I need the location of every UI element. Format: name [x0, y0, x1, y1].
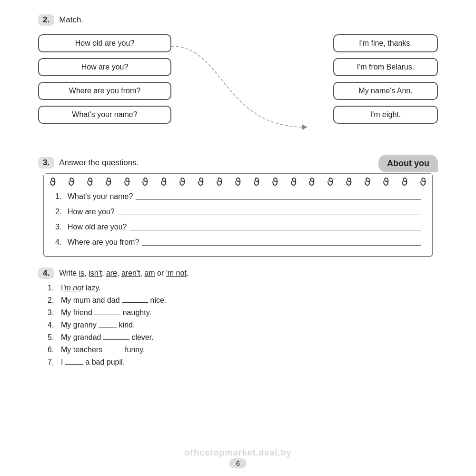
exercise-item-4: 4. My granny kind. [48, 321, 438, 329]
line-text-1: What's your name? [68, 192, 133, 201]
right-box-1: I'm fine, thanks. [333, 34, 438, 52]
notepad-line-1: 1. What's your name? [55, 192, 421, 201]
match-right-column: I'm fine, thanks. I'm from Belarus. My n… [333, 34, 438, 124]
notepad-line-4: 4. Where are you from? [55, 238, 421, 247]
right-box-3: My name's Ann. [333, 82, 438, 100]
notepad-lines: 1. What's your name? 2. How are you? 3. … [44, 188, 432, 250]
page-number: 6 [229, 458, 247, 468]
spiral-icon: ϑ [198, 177, 204, 188]
section2-number: 2. [38, 14, 54, 26]
exercise-item-5: 5. My grandad clever. [48, 333, 438, 342]
page: 2. Match. How old are you? How are you? … [0, 0, 476, 476]
section2-title: Match. [59, 15, 83, 25]
blank-5 [103, 339, 129, 340]
line-blank-4 [142, 245, 421, 246]
line-num-2: 2. [55, 208, 65, 216]
word-are: are [106, 269, 117, 277]
section3-title: Answer the questions. [59, 158, 139, 168]
spiral-icon: ϑ [327, 177, 334, 188]
line-num-4: 4. [55, 238, 65, 247]
section4: 4. Write is, isn't, are, aren't, am or '… [38, 268, 438, 367]
exercise-item-6: 6. My teachers funny. [48, 346, 438, 354]
match-exercise: How old are you? How are you? Where are … [38, 34, 438, 144]
line-text-3: How old are you? [68, 223, 127, 231]
section2-header: 2. Match. [38, 14, 438, 26]
spiral-icon: ϑ [401, 177, 408, 188]
notepad-line-2: 2. How are you? [55, 208, 421, 216]
blank-7 [65, 364, 83, 365]
word-arent: aren't [121, 269, 140, 277]
spiral-icon: ϑ [308, 177, 315, 188]
line-blank-2 [118, 215, 421, 215]
section4-header: 4. Write is, isn't, are, aren't, am or '… [38, 268, 438, 279]
word-is: is [79, 269, 85, 277]
line-text-2: How are you? [68, 208, 115, 216]
about-you-badge: About you [378, 155, 438, 172]
line-blank-1 [136, 199, 421, 200]
spiral-icon: ϑ [216, 177, 223, 188]
blank-4 [99, 327, 117, 327]
spiral-icon: ϑ [160, 177, 167, 188]
notepad-line-3: 3. How old are you? [55, 223, 421, 231]
word-am: am [144, 269, 155, 277]
section4-number: 4. [38, 268, 54, 279]
right-box-2: I'm from Belarus. [333, 58, 438, 76]
left-box-1: How old are you? [38, 34, 171, 52]
notepad: ϑ ϑ ϑ ϑ ϑ ϑ ϑ ϑ ϑ ϑ ϑ ϑ ϑ ϑ ϑ ϑ ϑ ϑ ϑ ϑ … [43, 173, 433, 257]
spiral-icon: ϑ [124, 177, 130, 188]
spiral-icon: ϑ [364, 177, 371, 188]
left-box-2: How are you? [38, 58, 171, 76]
spiral-icon: ϑ [179, 177, 186, 188]
spiral-icon: ϑ [50, 177, 56, 188]
match-left-column: How old are you? How are you? Where are … [38, 34, 171, 124]
blank-6 [105, 352, 123, 352]
exercise-item-1: 1. I'm not lazy. [48, 284, 438, 292]
line-num-3: 3. [55, 223, 65, 231]
left-box-4: What's your name? [38, 106, 171, 124]
spiral-icon: ϑ [346, 177, 352, 188]
exercise-item-2: 2. My mum and dad nice. [48, 296, 438, 305]
imnot-italic: 'm not [63, 284, 83, 292]
watermark: officetopmarket.deal.by [0, 448, 476, 458]
word-isnt: isn't [89, 269, 102, 277]
spiral-icon: ϑ [290, 177, 297, 188]
exercise-list: 1. I'm not lazy. 2. My mum and dad nice.… [38, 284, 438, 367]
spiral-icon: ϑ [235, 177, 241, 188]
line-text-4: Where are you from? [68, 238, 139, 247]
exercise-item-3: 3. My friend naughty. [48, 308, 438, 317]
spiral-icon: ϑ [420, 177, 426, 188]
word-imnot: 'm not [166, 269, 187, 277]
left-box-3: Where are you from? [38, 82, 171, 100]
blank-2 [122, 302, 148, 303]
spiral-icon: ϑ [142, 177, 149, 188]
line-blank-3 [130, 230, 421, 230]
spiral-icon: ϑ [253, 177, 260, 188]
spiral-icon: ϑ [383, 177, 389, 188]
spiral-icon: ϑ [68, 177, 75, 188]
spiral-row: ϑ ϑ ϑ ϑ ϑ ϑ ϑ ϑ ϑ ϑ ϑ ϑ ϑ ϑ ϑ ϑ ϑ ϑ ϑ ϑ … [44, 174, 432, 188]
spiral-icon: ϑ [272, 177, 278, 188]
section3-header: 3. Answer the questions. About you [38, 157, 438, 169]
exercise-item-7: 7. I a bad pupil. [48, 358, 438, 367]
spiral-icon: ϑ [87, 177, 93, 188]
section4-instruction: Write is, isn't, are, aren't, am or 'm n… [59, 269, 188, 278]
line-num-1: 1. [55, 192, 65, 201]
section3-number: 3. [38, 157, 54, 169]
right-box-4: I'm eight. [333, 106, 438, 124]
blank-3 [94, 315, 120, 315]
spiral-icon: ϑ [105, 177, 112, 188]
